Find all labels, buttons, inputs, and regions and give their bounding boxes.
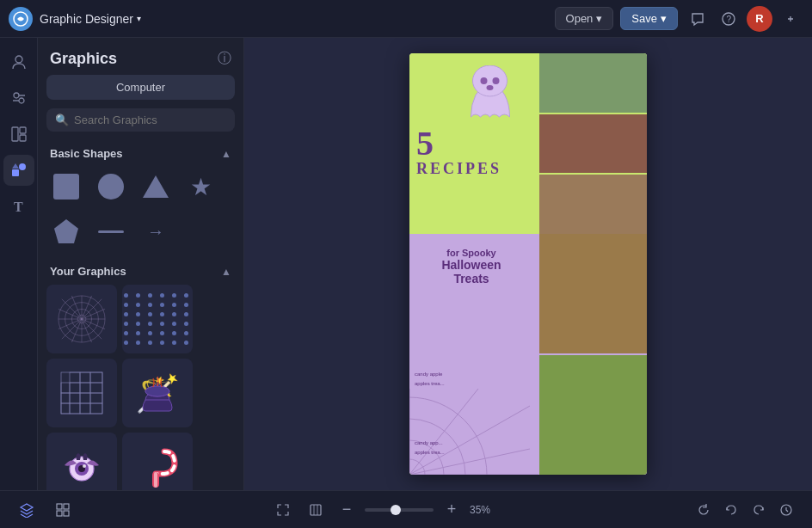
zoom-track[interactable]	[365, 508, 434, 512]
shape-triangle[interactable]	[136, 167, 175, 206]
svg-point-43	[145, 386, 169, 396]
sidebar-item-person[interactable]	[3, 46, 34, 77]
fullscreen-button[interactable]	[270, 497, 296, 523]
graphic-eyeball-bat[interactable]	[46, 433, 117, 490]
chat-icon[interactable]	[685, 6, 710, 32]
shape-square[interactable]	[46, 167, 86, 206]
save-button[interactable]: Save ▾	[620, 7, 678, 30]
svg-rect-6	[12, 127, 18, 141]
zoom-thumb	[391, 505, 401, 515]
graphic-cauldron[interactable]: 🪄	[122, 359, 193, 427]
svg-point-5	[19, 98, 24, 103]
app-logo[interactable]	[9, 7, 33, 31]
svg-rect-49	[154, 472, 157, 488]
zoom-controls: − + 35%	[270, 497, 497, 523]
open-caret: ▾	[596, 12, 602, 25]
undo-button[interactable]	[719, 498, 743, 522]
top-bar-icons: ? R	[685, 6, 803, 32]
layers-button[interactable]	[14, 497, 40, 523]
sidebar-item-layout[interactable]	[3, 119, 34, 150]
svg-rect-29	[61, 383, 70, 393]
refresh-button[interactable]	[692, 498, 716, 522]
svg-marker-11	[12, 163, 19, 169]
icon-sidebar: T	[0, 38, 38, 490]
basic-shapes-chevron[interactable]: ▲	[221, 148, 231, 160]
svg-point-54	[481, 77, 488, 84]
shapes-grid: ★ →	[38, 167, 243, 260]
shape-star[interactable]: ★	[181, 167, 220, 206]
svg-point-55	[493, 77, 500, 84]
svg-text:T: T	[14, 200, 23, 214]
info-icon[interactable]: ⓘ	[218, 50, 231, 68]
card-subtitle: for Spooky Halloween Treats	[416, 248, 526, 285]
computer-tab[interactable]: Computer	[46, 75, 235, 100]
sidebar-item-text[interactable]: T	[3, 191, 34, 222]
top-bar: Graphic Designer ▾ Open ▾ Save ▾ ? R	[0, 0, 812, 38]
main-content: T Graphics ⓘ Computer 🔍 Basic Shapes ▲	[0, 38, 812, 490]
svg-rect-28	[90, 372, 102, 383]
shape-line[interactable]	[91, 212, 131, 251]
svg-rect-69	[64, 511, 69, 516]
zoom-plus-button[interactable]: +	[440, 499, 463, 521]
panel-tab-row: Computer	[38, 75, 243, 108]
svg-line-64	[409, 406, 530, 475]
your-graphics-title: Your Graphics	[50, 265, 126, 278]
history-button[interactable]	[774, 498, 798, 522]
shape-pentagon[interactable]	[46, 212, 86, 251]
svg-point-57	[409, 397, 487, 475]
svg-rect-67	[64, 504, 69, 509]
search-input[interactable]	[74, 114, 226, 126]
card-recipes: RECIPES	[416, 161, 532, 176]
svg-point-10	[19, 163, 26, 170]
svg-rect-39	[80, 403, 90, 414]
open-button[interactable]: Open ▾	[555, 7, 614, 30]
title-caret: ▾	[137, 14, 141, 23]
expand-icon[interactable]	[778, 6, 803, 32]
your-graphics-chevron[interactable]: ▲	[221, 266, 231, 278]
graphic-dots[interactable]	[122, 285, 193, 353]
svg-rect-70	[311, 505, 321, 515]
app-title[interactable]: Graphic Designer ▾	[40, 12, 141, 26]
svg-point-53	[473, 65, 508, 96]
canvas-area: 5 RECIPES for Spooky Halloween	[244, 38, 812, 490]
shape-circle[interactable]	[91, 167, 131, 206]
card-caption1: candy apple apples trea...	[415, 370, 445, 389]
zoom-minus-button[interactable]: −	[335, 499, 358, 521]
search-icon: 🔍	[55, 114, 69, 126]
svg-rect-66	[57, 504, 62, 509]
svg-rect-7	[20, 127, 26, 133]
svg-rect-36	[90, 393, 102, 403]
svg-rect-31	[80, 383, 90, 393]
avatar[interactable]: R	[747, 6, 772, 32]
svg-point-47	[83, 464, 86, 468]
svg-rect-34	[70, 393, 80, 403]
svg-rect-37	[61, 403, 70, 414]
svg-text:?: ?	[727, 15, 732, 24]
dots-pattern	[124, 293, 191, 345]
svg-rect-9	[12, 169, 19, 176]
panel-scroll: Basic Shapes ▲ ★	[38, 142, 243, 490]
svg-rect-26	[70, 372, 80, 383]
fit-page-button[interactable]	[303, 497, 329, 523]
bottom-right-buttons	[692, 498, 798, 522]
redo-button[interactable]	[747, 498, 771, 522]
panel-title: Graphics	[50, 50, 117, 68]
sidebar-item-shapes[interactable]	[3, 155, 34, 186]
graphic-candy[interactable]	[122, 433, 193, 490]
design-card[interactable]: 5 RECIPES for Spooky Halloween	[409, 53, 647, 475]
graphic-grid-lines[interactable]	[46, 359, 117, 427]
graphic-spiderweb[interactable]	[46, 285, 117, 353]
card-purple-section: for Spooky Halloween Treats candy apple …	[409, 234, 647, 475]
card-top-photos	[539, 53, 647, 234]
svg-point-4	[14, 93, 19, 98]
save-caret: ▾	[661, 12, 667, 25]
bottom-toolbar: − + 35%	[0, 490, 812, 528]
help-icon[interactable]: ?	[716, 6, 741, 32]
basic-shapes-header: Basic Shapes ▲	[38, 142, 243, 167]
your-graphics-header: Your Graphics ▲	[38, 260, 243, 285]
grid-view-button[interactable]	[50, 497, 76, 523]
shape-arrow[interactable]: →	[136, 212, 175, 251]
basic-shapes-title: Basic Shapes	[50, 147, 123, 160]
sidebar-item-filter[interactable]	[3, 83, 34, 114]
svg-rect-40	[90, 403, 102, 414]
